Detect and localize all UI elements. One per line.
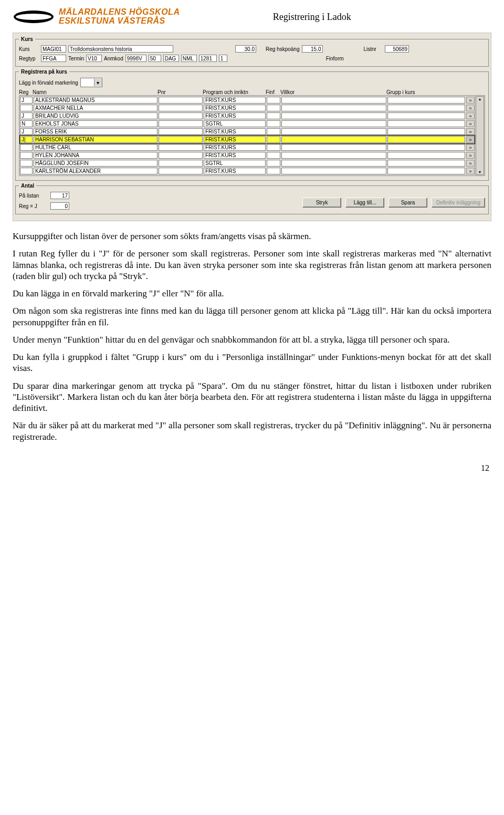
- cell-grupp[interactable]: [387, 128, 465, 135]
- scroll-up-icon: ▴: [479, 97, 481, 101]
- field-termin[interactable]: V10: [86, 55, 102, 62]
- stryk-button[interactable]: Stryk: [302, 198, 341, 208]
- lagg-till-button[interactable]: Lägg till...: [345, 198, 384, 208]
- field-kurs-name[interactable]: Trolldomskonstens historia: [68, 45, 173, 53]
- cell-reg[interactable]: [20, 152, 33, 159]
- paragraph: I rutan Reg fyller du i "J" för de perso…: [13, 248, 491, 282]
- cell-reg[interactable]: N: [20, 120, 33, 127]
- row-expand-button[interactable]: »: [466, 120, 475, 127]
- registrera-group: Registrera på kurs Lägg in förvald marke…: [15, 69, 489, 181]
- cell-villkor: [281, 136, 386, 143]
- cell-grupp[interactable]: [387, 168, 465, 174]
- field-reg-hsk[interactable]: 15.0: [302, 45, 323, 53]
- cell-finf: [267, 105, 280, 111]
- field-anm2[interactable]: 50: [149, 55, 161, 62]
- row-expand-button[interactable]: »: [466, 128, 475, 135]
- table-row[interactable]: HULTHE CARLFRIST.KURS»: [20, 143, 475, 151]
- field-nml[interactable]: NML: [181, 55, 197, 62]
- field-regtyp[interactable]: FFGA: [41, 55, 66, 62]
- cell-grupp[interactable]: [387, 152, 465, 159]
- cell-finf: [267, 152, 280, 159]
- cell-reg[interactable]: J: [20, 112, 33, 119]
- cell-reg[interactable]: [20, 160, 33, 167]
- table-header: Reg Namn Pnr Program och inriktn Finf Vi…: [19, 89, 485, 95]
- col-prog: Program och inriktn: [203, 89, 265, 95]
- paragraph: Kursuppgifter och listan över de persone…: [13, 231, 491, 242]
- row-expand-button[interactable]: »: [466, 112, 475, 119]
- cell-reg[interactable]: J: [20, 97, 33, 104]
- field-listnr[interactable]: 50689: [385, 45, 409, 53]
- field-dag[interactable]: DAG: [163, 55, 179, 62]
- forvald-combo[interactable]: ▾: [80, 78, 102, 87]
- label-anmkod: Anmkod: [104, 56, 123, 61]
- cell-finf: [267, 160, 280, 167]
- field-points[interactable]: 30.0: [235, 45, 256, 53]
- cell-pnr: [159, 105, 203, 111]
- cell-grupp[interactable]: [387, 144, 465, 151]
- table-row[interactable]: HÄGGLUND JOSEFINSGTRL»: [20, 159, 475, 167]
- field-num2[interactable]: 1: [219, 55, 227, 62]
- field-pa-listan: 17: [50, 192, 69, 199]
- row-expand-button[interactable]: »: [466, 144, 475, 151]
- field-kurs-code[interactable]: MAGI01: [41, 45, 66, 53]
- cell-prog: FRIST.KURS: [204, 128, 266, 135]
- cell-grupp[interactable]: [387, 136, 465, 143]
- cell-namn: HÄGGLUND JOSEFIN: [34, 160, 158, 167]
- label-kurs: Kurs: [19, 46, 39, 52]
- cell-namn: FORSS ERIK: [34, 128, 158, 135]
- row-expand-button[interactable]: »: [466, 105, 475, 111]
- cell-grupp[interactable]: [387, 97, 465, 104]
- cell-reg[interactable]: J: [20, 128, 33, 135]
- field-anmkod[interactable]: 9998V: [125, 55, 146, 62]
- body-text: Kursuppgifter och listan över de persone…: [13, 231, 491, 442]
- kurs-legend: Kurs: [19, 36, 35, 42]
- cell-reg[interactable]: [20, 144, 33, 151]
- cell-namn: AXMACHER NELLA: [34, 105, 158, 111]
- paragraph: Du kan lägga in en förvald markering "J"…: [13, 288, 491, 299]
- cell-villkor: [281, 120, 386, 127]
- cell-prog: FRIST.KURS: [204, 168, 266, 174]
- row-expand-button[interactable]: »: [466, 168, 475, 174]
- cell-pnr: [159, 120, 203, 127]
- table-row[interactable]: JALKESTRAND MAGNUSFRIST.KURS»: [20, 96, 475, 104]
- table-row[interactable]: AXMACHER NELLAFRIST.KURS»: [20, 104, 475, 112]
- col-namn: Namn: [33, 89, 156, 95]
- cell-grupp[interactable]: [387, 112, 465, 119]
- col-pnr: Pnr: [158, 89, 202, 95]
- cell-grupp[interactable]: [387, 120, 465, 127]
- cell-reg[interactable]: J|: [20, 136, 33, 143]
- page-header: MÄLARDALENS HÖGSKOLA ESKILSTUNA VÄSTERÅS…: [13, 6, 491, 27]
- table-row[interactable]: JBRILAND LUDVIGFRIST.KURS»: [20, 112, 475, 120]
- label-listnr: Listnr: [364, 46, 376, 52]
- row-expand-button[interactable]: »: [466, 160, 475, 167]
- cell-prog: FRIST.KURS: [204, 152, 266, 159]
- spara-button[interactable]: Spara: [388, 198, 427, 208]
- label-forvald: Lägg in förvald markering: [19, 80, 78, 86]
- row-expand-button[interactable]: »: [466, 136, 475, 143]
- cell-finf: [267, 112, 280, 119]
- cell-villkor: [281, 168, 386, 174]
- row-expand-button[interactable]: »: [466, 152, 475, 159]
- cell-pnr: [159, 160, 203, 167]
- cell-namn: ALKESTRAND MAGNUS: [34, 97, 158, 104]
- cell-villkor: [281, 105, 386, 111]
- label-finform: Finform: [326, 56, 344, 61]
- table-row[interactable]: JFORSS ERIKFRIST.KURS»: [20, 128, 475, 136]
- cell-namn: HARRISON SEBASTIAN: [34, 136, 158, 143]
- paragraph: Om någon som ska registreras inte finns …: [13, 305, 491, 328]
- cell-grupp[interactable]: [387, 160, 465, 167]
- table-row[interactable]: HYLÉN JOHANNAFRIST.KURS»: [20, 151, 475, 159]
- cell-grupp[interactable]: [387, 105, 465, 111]
- table-row[interactable]: J|HARRISON SEBASTIANFRIST.KURS»: [20, 136, 475, 143]
- field-reg-j: 0: [50, 202, 69, 210]
- row-expand-button[interactable]: »: [466, 97, 475, 104]
- table-scrollbar[interactable]: ▴ ▾: [476, 96, 484, 175]
- cell-reg[interactable]: [20, 105, 33, 111]
- col-villkor: Villkor: [280, 89, 385, 95]
- table-row[interactable]: KARLSTRÖM ALEXANDERFRIST.KURS»: [20, 167, 475, 175]
- cell-finf: [267, 144, 280, 151]
- field-num1[interactable]: 1281: [199, 55, 217, 62]
- table-row[interactable]: NEKHOLST JONASSGTRL»: [20, 120, 475, 128]
- definitiv-button[interactable]: Definitiv inläggning: [432, 198, 485, 208]
- cell-reg[interactable]: [20, 168, 33, 174]
